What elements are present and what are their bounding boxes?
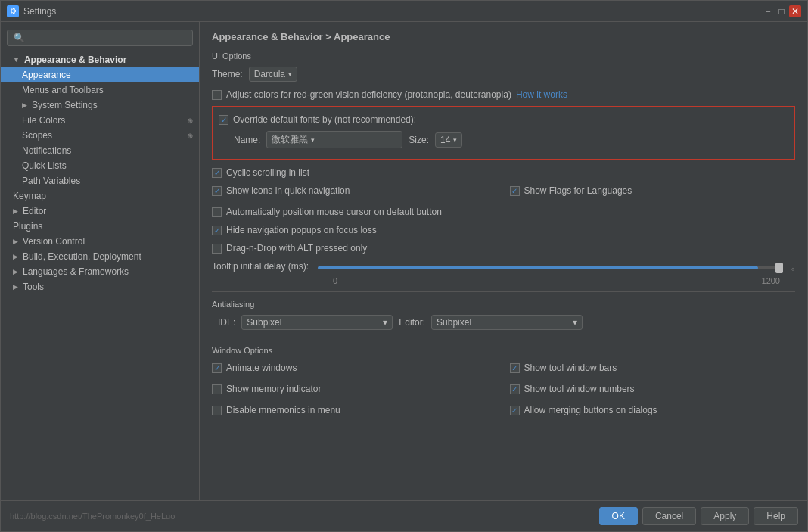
sidebar-item-system-settings[interactable]: ▶ System Settings bbox=[1, 98, 199, 113]
sidebar-item-version-control[interactable]: ▶ Version Control bbox=[1, 234, 199, 249]
settings-window: ⚙ Settings − □ ✕ 🔍 ▼ Appearance & Behavi… bbox=[0, 0, 808, 532]
chevron-down-icon: ▾ bbox=[573, 317, 577, 328]
divider bbox=[212, 291, 795, 292]
show-icons-checkbox[interactable] bbox=[212, 186, 222, 196]
expand-arrow-icon: ▶ bbox=[13, 283, 18, 291]
sidebar-item-notifications[interactable]: Notifications bbox=[1, 143, 199, 158]
sidebar-item-keymap[interactable]: Keymap bbox=[1, 188, 199, 204]
slider-track[interactable] bbox=[318, 266, 782, 269]
animate-windows-checkbox[interactable] bbox=[212, 363, 222, 373]
sidebar-item-scopes[interactable]: Scopes ⊕ bbox=[1, 128, 199, 143]
editor-label: Editor: bbox=[399, 317, 425, 328]
tooltip-slider-row: Tooltip initial delay (ms): ⬦ bbox=[212, 261, 795, 275]
sidebar-item-editor[interactable]: ▶ Editor bbox=[1, 204, 199, 219]
drag-drop-label: Drag-n-Drop with ALT pressed only bbox=[226, 243, 367, 254]
show-tool-numbers-label: Show tool window numbers bbox=[524, 384, 635, 394]
antialiasing-title: Antialiasing bbox=[212, 300, 795, 309]
app-icon: ⚙ bbox=[7, 5, 19, 17]
search-box[interactable]: 🔍 bbox=[7, 30, 193, 46]
sidebar-item-quick-lists[interactable]: Quick Lists bbox=[1, 158, 199, 173]
name-size-row: Name: 微软雅黑 ▾ Size: 14 ▾ bbox=[219, 131, 788, 148]
font-size-select[interactable]: 14 ▾ bbox=[435, 132, 462, 148]
expand-arrow-icon: ▶ bbox=[13, 238, 18, 245]
font-name-select[interactable]: 微软雅黑 ▾ bbox=[266, 131, 402, 148]
cyclic-scrolling-label: Cyclic scrolling in list bbox=[226, 167, 309, 178]
animate-windows-label: Animate windows bbox=[226, 362, 297, 373]
minimize-button[interactable]: − bbox=[762, 5, 774, 17]
show-memory-checkbox[interactable] bbox=[212, 384, 222, 394]
theme-select[interactable]: Darcula ▾ bbox=[249, 67, 297, 82]
help-button[interactable]: Help bbox=[754, 507, 798, 525]
breadcrumb: Appearance & Behavior > Appearance bbox=[212, 31, 795, 42]
disable-mnemonics-label: Disable mnemonics in menu bbox=[226, 405, 340, 415]
footer-url: http://blog.csdn.net/ThePromonkey0f_HeLu… bbox=[10, 512, 175, 521]
close-button[interactable]: ✕ bbox=[789, 5, 801, 17]
antialiasing-row: IDE: Subpixel ▾ Editor: Subpixel ▾ bbox=[212, 315, 795, 330]
show-tool-bars-checkbox[interactable] bbox=[510, 363, 520, 373]
show-tool-bars-row: Show tool window bars bbox=[510, 361, 796, 375]
disable-mnemonics-row: Disable mnemonics in menu bbox=[212, 403, 498, 417]
expand-arrow-icon: ▼ bbox=[13, 56, 20, 64]
editor-select[interactable]: Subpixel ▾ bbox=[431, 315, 583, 330]
antialiasing-section: Antialiasing IDE: Subpixel ▾ Editor: Sub… bbox=[212, 300, 795, 330]
override-fonts-row: Override default fonts by (not recommend… bbox=[219, 113, 788, 126]
show-icons-row: Show icons in quick navigation bbox=[212, 184, 498, 198]
sidebar-item-appearance[interactable]: Appearance bbox=[1, 67, 199, 82]
title-bar-left: ⚙ Settings bbox=[7, 5, 56, 17]
footer-buttons: OK Cancel Apply Help bbox=[599, 507, 798, 525]
cyclic-scrolling-checkbox[interactable] bbox=[212, 168, 222, 178]
chevron-down-icon: ▾ bbox=[453, 136, 457, 144]
search-input[interactable] bbox=[28, 33, 186, 43]
show-flags-checkbox[interactable] bbox=[510, 186, 520, 196]
cyclic-scrolling-row: Cyclic scrolling in list bbox=[212, 166, 795, 179]
slider-thumb[interactable] bbox=[775, 263, 783, 273]
sidebar-item-tools[interactable]: ▶ Tools bbox=[1, 279, 199, 294]
sidebar-item-appearance-behavior[interactable]: ▼ Appearance & Behavior bbox=[1, 52, 199, 67]
window-options-title: Window Options bbox=[212, 346, 795, 355]
ide-label: IDE: bbox=[218, 317, 235, 328]
theme-value: Darcula bbox=[254, 69, 285, 79]
ok-button[interactable]: OK bbox=[599, 507, 638, 525]
disable-mnemonics-checkbox[interactable] bbox=[212, 406, 222, 415]
font-size-value: 14 bbox=[440, 135, 450, 145]
show-flags-row: Show Flags for Languages bbox=[510, 184, 796, 198]
show-tool-numbers-checkbox[interactable] bbox=[510, 384, 520, 394]
show-tool-bars-label: Show tool window bars bbox=[524, 362, 617, 373]
sidebar-item-languages-frameworks[interactable]: ▶ Languages & Frameworks bbox=[1, 264, 199, 279]
adjust-colors-label: Adjust colors for red-green vision defic… bbox=[226, 89, 511, 100]
allow-merging-row: Allow merging buttons on dialogs bbox=[510, 403, 796, 417]
slider-min-label: 0 bbox=[333, 276, 337, 285]
override-fonts-checkbox[interactable] bbox=[219, 115, 228, 125]
content-area: 🔍 ▼ Appearance & Behavior Appearance Men… bbox=[1, 22, 807, 500]
hide-navigation-checkbox[interactable] bbox=[212, 226, 222, 235]
adjust-colors-checkbox[interactable] bbox=[212, 90, 222, 100]
sidebar-item-path-variables[interactable]: Path Variables bbox=[1, 173, 199, 188]
allow-merging-checkbox[interactable] bbox=[510, 406, 520, 415]
drag-drop-checkbox[interactable] bbox=[212, 244, 222, 254]
sidebar-item-file-colors[interactable]: File Colors ⊕ bbox=[1, 113, 199, 128]
expand-arrow-icon: ▶ bbox=[13, 253, 18, 260]
cancel-button[interactable]: Cancel bbox=[642, 507, 696, 525]
chevron-down-icon: ▾ bbox=[288, 70, 292, 78]
sidebar-item-build-execution[interactable]: ▶ Build, Execution, Deployment bbox=[1, 249, 199, 264]
chevron-down-icon: ▾ bbox=[383, 317, 387, 328]
auto-position-row: Automatically position mouse cursor on d… bbox=[212, 205, 795, 219]
show-memory-label: Show memory indicator bbox=[226, 384, 321, 394]
footer: http://blog.csdn.net/ThePromonkey0f_HeLu… bbox=[1, 500, 807, 531]
adjust-colors-row: Adjust colors for red-green vision defic… bbox=[212, 88, 795, 101]
editor-value: Subpixel bbox=[437, 317, 471, 328]
expand-arrow-icon: ▶ bbox=[13, 207, 18, 215]
search-icon: 🔍 bbox=[14, 33, 25, 43]
ide-select[interactable]: Subpixel ▾ bbox=[241, 315, 393, 330]
title-controls: − □ ✕ bbox=[762, 5, 801, 17]
maximize-button[interactable]: □ bbox=[775, 5, 788, 17]
tooltip-label: Tooltip initial delay (ms): bbox=[212, 261, 309, 272]
how-it-works-link[interactable]: How it works bbox=[516, 89, 567, 100]
window-title: Settings bbox=[23, 6, 56, 17]
auto-position-checkbox[interactable] bbox=[212, 207, 222, 217]
main-panel: Appearance & Behavior > Appearance UI Op… bbox=[200, 22, 807, 500]
apply-button[interactable]: Apply bbox=[701, 507, 749, 525]
sidebar-item-plugins[interactable]: Plugins bbox=[1, 219, 199, 234]
sidebar-item-menus-toolbars[interactable]: Menus and Toolbars bbox=[1, 82, 199, 98]
show-memory-row: Show memory indicator bbox=[212, 382, 498, 396]
